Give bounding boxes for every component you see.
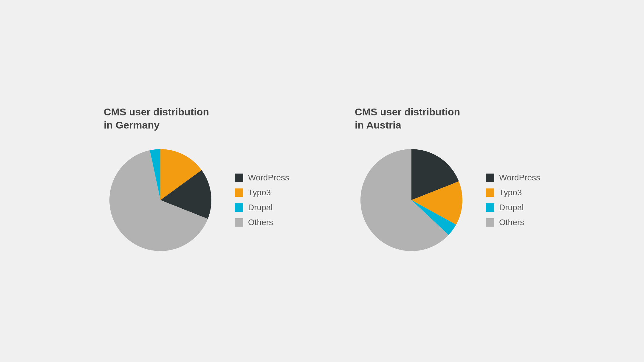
austria-chart-block: CMS user distribution in Austria WordPre… — [355, 105, 540, 257]
austria-typo3-swatch — [486, 188, 494, 197]
typo3-swatch — [235, 188, 243, 197]
legend-item-typo3: Typo3 — [235, 188, 289, 197]
legend-label-others: Others — [248, 218, 273, 227]
austria-legend-item-others: Others — [486, 218, 540, 227]
wordpress-swatch — [235, 174, 243, 182]
legend-label-wordpress: WordPress — [248, 173, 289, 182]
austria-chart-title: CMS user distribution in Austria — [355, 105, 460, 132]
legend-item-drupal: Drupal — [235, 203, 289, 212]
austria-chart-content: WordPress Typo3 Drupal Others — [355, 143, 540, 257]
legend-item-wordpress: WordPress — [235, 173, 289, 182]
legend-label-typo3: Typo3 — [248, 188, 271, 197]
drupal-swatch — [235, 203, 243, 212]
legend-label-drupal: Drupal — [248, 203, 273, 212]
austria-legend-item-wordpress: WordPress — [486, 173, 540, 182]
germany-legend: WordPress Typo3 Drupal Others — [235, 173, 289, 227]
austria-legend-item-drupal: Drupal — [486, 203, 540, 212]
germany-chart-title: CMS user distribution in Germany — [104, 105, 209, 132]
austria-legend-label-drupal: Drupal — [499, 203, 524, 212]
germany-chart-content: WordPress Typo3 Drupal Others — [104, 143, 289, 257]
germany-pie — [104, 143, 217, 257]
austria-pie-svg — [355, 143, 468, 257]
austria-legend: WordPress Typo3 Drupal Others — [486, 173, 540, 227]
austria-wordpress-swatch — [486, 174, 494, 182]
germany-chart-block: CMS user distribution in Germany WordPre… — [104, 105, 289, 257]
charts-container: CMS user distribution in Germany WordPre… — [86, 87, 558, 275]
austria-legend-label-wordpress: WordPress — [499, 173, 540, 182]
austria-pie — [355, 143, 468, 257]
germany-pie-svg — [104, 143, 217, 257]
others-swatch — [235, 218, 243, 227]
austria-legend-item-typo3: Typo3 — [486, 188, 540, 197]
austria-legend-label-typo3: Typo3 — [499, 188, 522, 197]
austria-legend-label-others: Others — [499, 218, 524, 227]
legend-item-others: Others — [235, 218, 289, 227]
austria-drupal-swatch — [486, 203, 494, 212]
austria-others-swatch — [486, 218, 494, 227]
